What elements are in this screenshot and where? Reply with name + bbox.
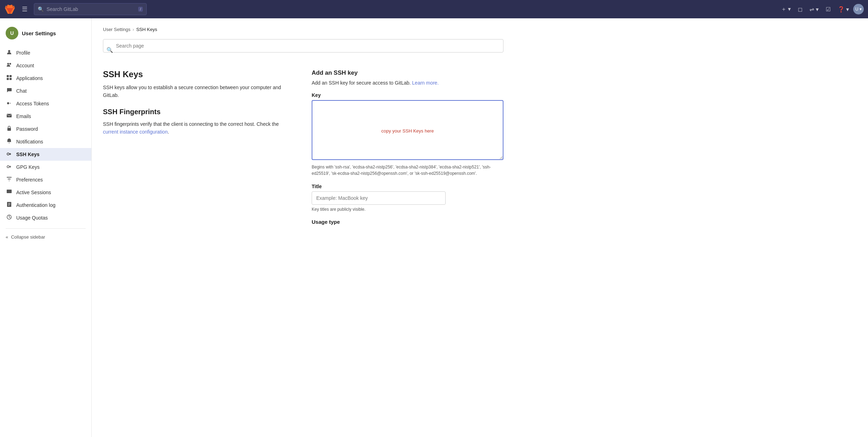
svg-point-7: [7, 102, 9, 104]
usage-type-heading: Usage type: [312, 219, 503, 225]
ssh-keys-icon: [6, 151, 13, 158]
sidebar-item-account[interactable]: Account: [0, 59, 91, 72]
auth-log-icon: [6, 202, 13, 209]
learn-more-link[interactable]: Learn more.: [412, 80, 439, 86]
notifications-icon: [6, 138, 13, 145]
sidebar-item-chat-label: Chat: [16, 88, 27, 94]
fingerprints-description: SSH fingerprints verify that the client …: [103, 120, 295, 136]
help-button[interactable]: ❓ ▾: [835, 4, 852, 15]
key-textarea[interactable]: [312, 100, 503, 160]
emails-icon: [6, 113, 13, 120]
ssh-keys-description: SSH keys allow you to establish a secure…: [103, 84, 295, 99]
page-search-icon: 🔍: [106, 47, 113, 53]
sidebar-item-chat[interactable]: Chat: [0, 85, 91, 97]
title-hint-text: Key titles are publicly visible.: [312, 207, 503, 212]
sidebar-item-active-sessions[interactable]: Active Sessions: [0, 186, 91, 199]
search-icon: 🔍: [38, 6, 44, 12]
breadcrumb: User Settings › SSH Keys: [103, 27, 503, 32]
add-ssh-key-heading: Add an SSH key: [312, 69, 503, 76]
ssh-fingerprints-heading: SSH Fingerprints: [103, 108, 295, 116]
svg-rect-3: [7, 75, 9, 77]
slash-shortcut: /: [138, 7, 143, 12]
breadcrumb-parent-link[interactable]: User Settings: [103, 27, 130, 32]
svg-rect-6: [10, 78, 12, 80]
user-avatar[interactable]: U ▾: [853, 4, 864, 14]
main-content: User Settings › SSH Keys 🔍 SSH Keys SSH …: [92, 18, 515, 437]
password-icon: [6, 125, 13, 133]
right-column: Add an SSH key Add an SSH key for secure…: [312, 69, 503, 228]
content-grid: SSH Keys SSH keys allow you to establish…: [103, 69, 503, 228]
sidebar-item-auth-log[interactable]: Authentication log: [0, 199, 91, 211]
page-search-wrapper: 🔍: [103, 39, 503, 61]
page-search-input[interactable]: [103, 39, 503, 53]
merge-requests-button[interactable]: ⇌ ▾: [807, 4, 821, 15]
sidebar-item-gpg-keys-label: GPG Keys: [16, 164, 39, 170]
svg-point-2: [10, 63, 11, 65]
ssh-keys-heading: SSH Keys: [103, 69, 295, 79]
sidebar-item-active-sessions-label: Active Sessions: [16, 190, 51, 195]
sidebar-item-emails[interactable]: Emails: [0, 110, 91, 123]
sidebar-item-notifications[interactable]: Notifications: [0, 135, 91, 148]
collapse-icon: «: [6, 234, 8, 240]
sidebar-user-avatar: U: [6, 27, 18, 39]
sidebar-item-profile-label: Profile: [16, 50, 30, 56]
top-navigation: ☰ 🔍 / ＋ ▾ ◻ ⇌ ▾ ☑ ❓ ▾ U ▾: [0, 0, 868, 18]
sidebar-item-ssh-keys[interactable]: SSH Keys: [0, 148, 91, 161]
collapse-label: Collapse sidebar: [11, 234, 45, 240]
svg-point-1: [7, 63, 9, 65]
key-textarea-wrapper: copy your SSH Keys here: [312, 100, 503, 161]
profile-icon: [6, 49, 13, 56]
breadcrumb-separator: ›: [133, 27, 134, 32]
svg-rect-14: [9, 180, 10, 181]
usage-quotas-icon: [6, 214, 13, 221]
gitlab-logo[interactable]: [4, 4, 16, 15]
fingerprints-config-link[interactable]: current instance configuration: [103, 129, 168, 135]
sidebar-item-notifications-label: Notifications: [16, 139, 43, 144]
active-sessions-icon: [6, 189, 13, 196]
fingerprints-text-after: .: [168, 129, 169, 135]
sidebar-navigation: Profile Account Applications Chat: [0, 45, 91, 226]
sidebar-item-emails-label: Emails: [16, 113, 31, 119]
sidebar-item-profile[interactable]: Profile: [0, 47, 91, 59]
add-subtitle-text: Add an SSH key for secure access to GitL…: [312, 80, 411, 86]
sidebar-item-password-label: Password: [16, 126, 38, 132]
account-icon: [6, 62, 13, 69]
search-bar[interactable]: 🔍 /: [34, 3, 147, 15]
sidebar-item-usage-quotas-label: Usage Quotas: [16, 215, 48, 221]
issues-button[interactable]: ◻: [795, 4, 805, 15]
sidebar: U User Settings Profile Account App: [0, 18, 92, 437]
topnav-icon-group: ＋ ▾ ◻ ⇌ ▾ ☑ ❓ ▾ U ▾: [778, 4, 864, 15]
sidebar-item-password[interactable]: Password: [0, 123, 91, 135]
sidebar-item-auth-log-label: Authentication log: [16, 202, 55, 208]
sidebar-item-access-tokens[interactable]: Access Tokens: [0, 97, 91, 110]
title-input[interactable]: [312, 191, 446, 205]
add-ssh-key-subtitle: Add an SSH key for secure access to GitL…: [312, 79, 503, 87]
menu-toggle[interactable]: ☰: [19, 4, 30, 14]
sidebar-item-preferences[interactable]: Preferences: [0, 173, 91, 186]
title-label: Title: [312, 184, 503, 189]
svg-point-0: [8, 50, 10, 52]
svg-rect-4: [10, 75, 12, 77]
create-new-button[interactable]: ＋ ▾: [778, 4, 794, 15]
sidebar-item-access-tokens-label: Access Tokens: [16, 101, 49, 106]
gpg-keys-icon: [6, 164, 13, 171]
collapse-sidebar-button[interactable]: « Collapse sidebar: [0, 232, 91, 242]
sidebar-item-applications[interactable]: Applications: [0, 72, 91, 85]
svg-rect-12: [7, 177, 12, 178]
sidebar-item-gpg-keys[interactable]: GPG Keys: [0, 161, 91, 173]
sidebar-item-usage-quotas[interactable]: Usage Quotas: [0, 211, 91, 224]
search-input[interactable]: [47, 6, 135, 12]
left-column: SSH Keys SSH keys allow you to establish…: [103, 69, 295, 144]
svg-rect-13: [8, 179, 11, 179]
key-label: Key: [312, 92, 503, 98]
svg-rect-15: [7, 190, 12, 193]
key-hint-text: Begins with 'ssh-rsa', 'ecdsa-sha2-nistp…: [312, 164, 503, 177]
applications-icon: [6, 75, 13, 82]
breadcrumb-current: SSH Keys: [136, 27, 157, 32]
todo-button[interactable]: ☑: [823, 4, 833, 15]
sidebar-item-ssh-keys-label: SSH Keys: [16, 152, 39, 157]
sidebar-item-preferences-label: Preferences: [16, 177, 43, 183]
sidebar-item-applications-label: Applications: [16, 75, 43, 81]
svg-rect-9: [7, 128, 11, 131]
sidebar-item-account-label: Account: [16, 63, 34, 68]
